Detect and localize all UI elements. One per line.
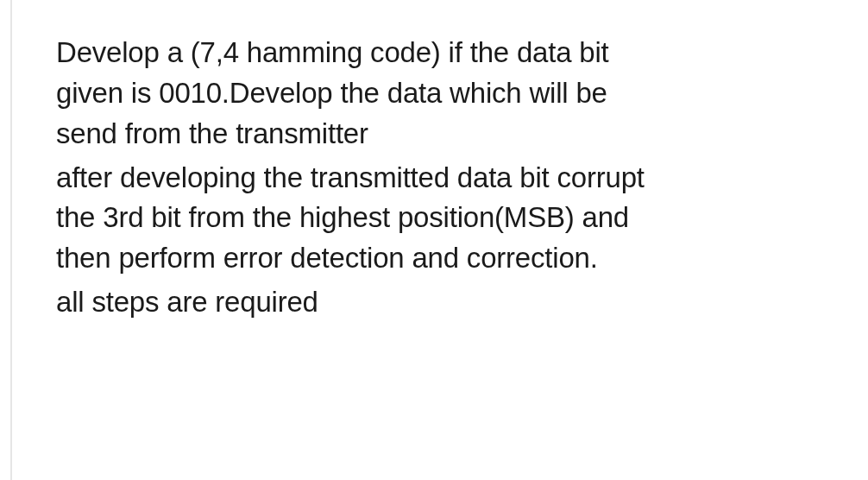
question-paragraph-1: Develop a (7,4 hamming code) if the data…	[56, 33, 811, 155]
question-paragraph-3: all steps are required	[56, 282, 811, 323]
left-border	[10, 0, 12, 480]
question-content: Develop a (7,4 hamming code) if the data…	[0, 0, 811, 323]
text-line: Develop a (7,4 hamming code) if the data…	[56, 36, 609, 68]
text-line: after developing the transmitted data bi…	[56, 161, 645, 193]
question-paragraph-2: after developing the transmitted data bi…	[56, 158, 811, 280]
text-line: the 3rd bit from the highest position(MS…	[56, 201, 629, 233]
text-line: all steps are required	[56, 286, 318, 318]
text-line: send from the transmitter	[56, 117, 368, 149]
text-line: then perform error detection and correct…	[56, 242, 598, 274]
text-line: given is 0010.Develop the data which wil…	[56, 77, 607, 109]
